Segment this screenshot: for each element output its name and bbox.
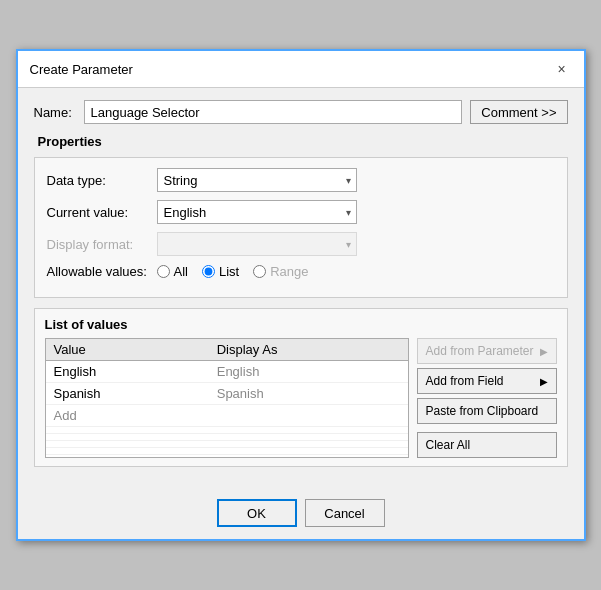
add-display — [209, 405, 408, 427]
radio-range[interactable]: Range — [253, 264, 308, 279]
radio-range-input[interactable] — [253, 265, 266, 278]
add-from-parameter-button: Add from Parameter ▶ — [417, 338, 557, 364]
empty-row — [46, 427, 408, 434]
radio-all[interactable]: All — [157, 264, 188, 279]
dialog-title: Create Parameter — [30, 62, 133, 77]
properties-box: Data type: String Integer Float Boolean … — [34, 157, 568, 298]
name-label: Name: — [34, 105, 76, 120]
name-row: Name: Comment >> — [34, 100, 568, 124]
title-bar: Create Parameter × — [18, 51, 584, 88]
ok-button[interactable]: OK — [217, 499, 297, 527]
add-from-field-arrow: ▶ — [540, 376, 548, 387]
radio-list-label: List — [219, 264, 239, 279]
dialog-content: Name: Comment >> Properties Data type: S… — [18, 88, 584, 491]
radio-all-input[interactable] — [157, 265, 170, 278]
current-value-row: Current value: English Spanish ▾ — [47, 200, 555, 224]
comment-button[interactable]: Comment >> — [470, 100, 567, 124]
display-format-select — [157, 232, 357, 256]
cancel-button[interactable]: Cancel — [305, 499, 385, 527]
allowable-row: Allowable values: All List Range — [47, 264, 555, 279]
add-row[interactable]: Add — [46, 405, 408, 427]
list-header: List of values — [45, 317, 557, 332]
radio-all-label: All — [174, 264, 188, 279]
add-from-parameter-arrow: ▶ — [540, 346, 548, 357]
radio-range-label: Range — [270, 264, 308, 279]
list-area: Value Display As English English Spanish — [45, 338, 557, 458]
add-from-field-button[interactable]: Add from Field ▶ — [417, 368, 557, 394]
allowable-radio-group: All List Range — [157, 264, 309, 279]
properties-section-label: Properties — [38, 134, 568, 149]
empty-row — [46, 434, 408, 441]
current-value-select[interactable]: English Spanish — [157, 200, 357, 224]
paste-from-clipboard-button[interactable]: Paste from Clipboard — [417, 398, 557, 424]
name-input[interactable] — [84, 100, 463, 124]
data-type-select-wrapper: String Integer Float Boolean Date ▾ — [157, 168, 357, 192]
list-table-wrapper: Value Display As English English Spanish — [45, 338, 409, 458]
add-label: Add — [46, 405, 209, 427]
display-cell: English — [209, 361, 408, 383]
radio-list-input[interactable] — [202, 265, 215, 278]
list-buttons: Add from Parameter ▶ Add from Field ▶ Pa… — [417, 338, 557, 458]
data-type-row: Data type: String Integer Float Boolean … — [47, 168, 555, 192]
table-row[interactable]: English English — [46, 361, 408, 383]
list-of-values-section: List of values Value Display As English — [34, 308, 568, 467]
allowable-label: Allowable values: — [47, 264, 157, 279]
radio-list[interactable]: List — [202, 264, 239, 279]
empty-row — [46, 441, 408, 448]
data-type-label: Data type: — [47, 173, 157, 188]
clear-all-button[interactable]: Clear All — [417, 432, 557, 458]
value-cell: English — [46, 361, 209, 383]
display-format-label: Display format: — [47, 237, 157, 252]
footer-buttons: OK Cancel — [18, 491, 584, 539]
current-value-label: Current value: — [47, 205, 157, 220]
display-format-row: Display format: ▾ — [47, 232, 555, 256]
table-row[interactable]: Spanish Spanish — [46, 383, 408, 405]
create-parameter-dialog: Create Parameter × Name: Comment >> Prop… — [16, 49, 586, 541]
display-format-select-wrapper: ▾ — [157, 232, 357, 256]
data-type-select[interactable]: String Integer Float Boolean Date — [157, 168, 357, 192]
close-button[interactable]: × — [552, 59, 572, 79]
col-value: Value — [46, 339, 209, 361]
empty-row — [46, 448, 408, 455]
display-cell: Spanish — [209, 383, 408, 405]
col-display: Display As — [209, 339, 408, 361]
list-table: Value Display As English English Spanish — [46, 339, 408, 455]
value-cell: Spanish — [46, 383, 209, 405]
current-value-select-wrapper: English Spanish ▾ — [157, 200, 357, 224]
